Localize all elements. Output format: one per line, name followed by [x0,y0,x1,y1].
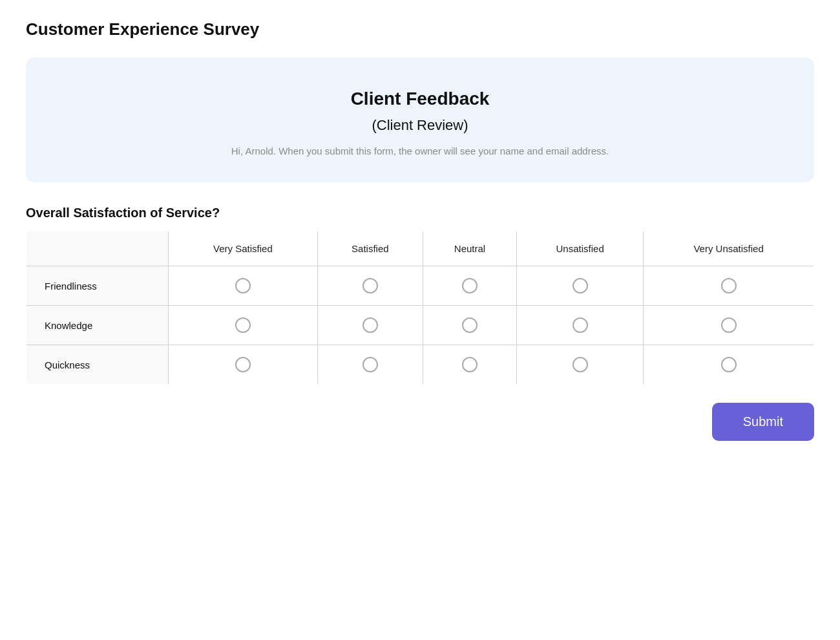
radio-quickness-very-satisfied[interactable] [235,357,251,372]
col-header-empty [26,231,169,266]
radio-cell-friendliness-satisfied[interactable] [317,266,423,306]
radio-friendliness-unsatisfied[interactable] [572,278,588,293]
radio-quickness-neutral[interactable] [462,357,478,372]
submit-button[interactable]: Submit [712,403,814,441]
radio-knowledge-very-satisfied[interactable] [235,317,251,333]
col-header-satisfied: Satisfied [317,231,423,266]
radio-cell-friendliness-very-unsatisfied[interactable] [644,266,814,306]
page-title: Customer Experience Survey [26,19,814,39]
table-row: Knowledge [26,306,814,345]
radio-knowledge-unsatisfied[interactable] [572,317,588,333]
feedback-card-description: Hi, Arnold. When you submit this form, t… [52,145,788,156]
feedback-card-title: Client Feedback [52,89,788,109]
radio-cell-knowledge-very-unsatisfied[interactable] [644,306,814,345]
table-row: Friendliness [26,266,814,306]
radio-cell-knowledge-satisfied[interactable] [317,306,423,345]
col-header-very-unsatisfied: Very Unsatisfied [644,231,814,266]
radio-knowledge-neutral[interactable] [462,317,478,333]
col-header-very-satisfied: Very Satisfied [169,231,318,266]
radio-friendliness-satisfied[interactable] [362,278,378,293]
col-header-neutral: Neutral [423,231,517,266]
table-row: Quickness [26,345,814,385]
radio-cell-friendliness-very-satisfied[interactable] [169,266,318,306]
radio-knowledge-satisfied[interactable] [362,317,378,333]
radio-quickness-very-unsatisfied[interactable] [721,357,737,372]
submit-row: Submit [26,403,814,441]
col-header-unsatisfied: Unsatisfied [517,231,644,266]
feedback-card-subtitle: (Client Review) [52,117,788,134]
radio-friendliness-neutral[interactable] [462,278,478,293]
radio-quickness-unsatisfied[interactable] [572,357,588,372]
radio-cell-friendliness-unsatisfied[interactable] [517,266,644,306]
radio-quickness-satisfied[interactable] [362,357,378,372]
radio-cell-friendliness-neutral[interactable] [423,266,517,306]
radio-knowledge-very-unsatisfied[interactable] [721,317,737,333]
radio-cell-quickness-unsatisfied[interactable] [517,345,644,385]
radio-cell-knowledge-neutral[interactable] [423,306,517,345]
row-label-knowledge: Knowledge [26,306,169,345]
radio-cell-quickness-neutral[interactable] [423,345,517,385]
row-label-friendliness: Friendliness [26,266,169,306]
survey-table: Very Satisfied Satisfied Neutral Unsatis… [26,231,814,385]
radio-cell-knowledge-unsatisfied[interactable] [517,306,644,345]
section-label: Overall Satisfaction of Service? [26,206,814,220]
feedback-card: Client Feedback (Client Review) Hi, Arno… [26,58,814,182]
row-label-quickness: Quickness [26,345,169,385]
radio-cell-knowledge-very-satisfied[interactable] [169,306,318,345]
radio-cell-quickness-satisfied[interactable] [317,345,423,385]
radio-friendliness-very-unsatisfied[interactable] [721,278,737,293]
radio-cell-quickness-very-unsatisfied[interactable] [644,345,814,385]
radio-friendliness-very-satisfied[interactable] [235,278,251,293]
radio-cell-quickness-very-satisfied[interactable] [169,345,318,385]
